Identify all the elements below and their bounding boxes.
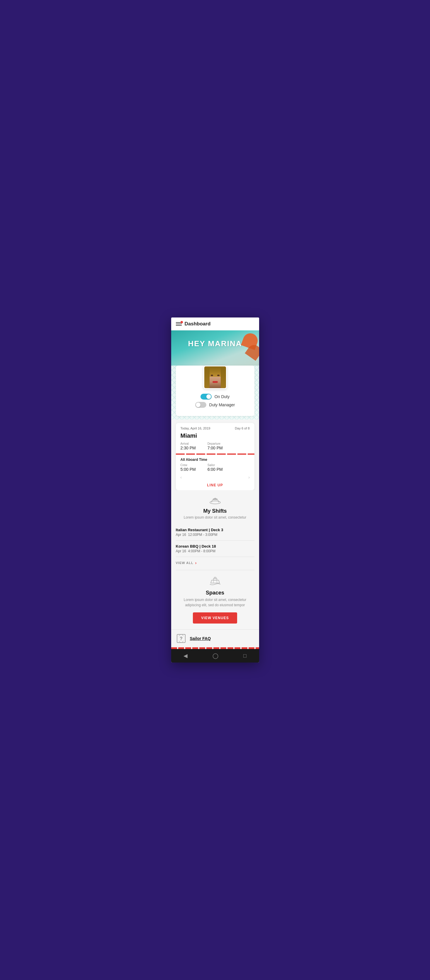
menu-button[interactable]	[176, 322, 182, 326]
svg-rect-3	[213, 578, 217, 580]
port-times: Arrival 2:30 PM Departure 7:00 PM	[176, 442, 255, 453]
notification-dot	[180, 321, 183, 323]
shift-item-1: Italian Restaurant | Deck 3 Apr 16 12:00…	[176, 524, 255, 541]
view-venues-button[interactable]: VIEW VENUES	[193, 612, 237, 624]
faq-icon: ?	[176, 633, 186, 644]
spaces-icon	[176, 576, 255, 589]
toggle-thumb-off	[196, 402, 201, 407]
hero-greeting: HEY MARINA	[171, 339, 259, 348]
svg-text:?: ?	[180, 636, 183, 641]
shift-item-2: Korean BBQ | Deck 18 Apr 16 4:00PM - 8:0…	[176, 541, 255, 557]
spaces-section: Spaces Lorem ipsum dolor sit amet, conse…	[171, 570, 259, 629]
header: Dashboard	[171, 318, 259, 330]
port-date: Today, April 16, 2019	[180, 426, 210, 430]
arrival-label: Arrival	[180, 442, 196, 445]
duty-manager-row: Duty Manager	[182, 402, 248, 408]
sailor-time: Sailor 6:00 PM	[207, 463, 223, 472]
profile-card: On Duty Duty Manager	[176, 366, 255, 416]
departure-value: 7:00 PM	[207, 445, 223, 450]
page-title: Dashboard	[185, 321, 211, 327]
shift-1-time: Apr 16 12:00PM - 3:00PM	[176, 533, 255, 537]
crew-value: 5:00 PM	[180, 467, 196, 472]
port-name: Miami	[176, 433, 255, 442]
arrival-time: Arrival 2:30 PM	[180, 442, 196, 450]
back-button[interactable]: ◀	[183, 652, 188, 659]
view-all-label: VIEW ALL	[176, 561, 193, 565]
on-duty-label: On Duty	[215, 394, 229, 399]
avatar-wrapper	[182, 366, 248, 389]
view-all-arrow: ›	[195, 560, 197, 565]
prev-arrow[interactable]: ‹	[178, 474, 184, 480]
port-card: Today, April 16, 2019 Day 6 of 8 Miami A…	[176, 423, 255, 490]
faq-link[interactable]: Sailor FAQ	[190, 636, 211, 641]
crew-time: Crew 5:00 PM	[180, 463, 196, 472]
my-shifts-title: My Shifts	[176, 508, 255, 514]
crew-label: Crew	[180, 463, 196, 467]
departure-time: Departure 7:00 PM	[207, 442, 223, 450]
toggle-thumb-on	[206, 394, 211, 399]
sailor-value: 6:00 PM	[207, 467, 223, 472]
svg-rect-4	[214, 577, 216, 578]
duty-manager-label: Duty Manager	[209, 402, 235, 407]
nav-arrows: ‹ ›	[176, 472, 255, 480]
next-arrow[interactable]: ›	[246, 474, 252, 480]
lineup-link[interactable]: LINE UP	[176, 480, 255, 490]
aboard-section: All Aboard Time Crew 5:00 PM Sailor 6:00…	[176, 455, 255, 472]
on-duty-toggle[interactable]	[201, 394, 212, 399]
shift-2-time: Apr 16 4:00PM - 8:00PM	[176, 549, 255, 553]
departure-label: Departure	[207, 442, 223, 445]
avatar	[204, 366, 227, 389]
spaces-description: Lorem ipsum dolor sit amet, consectetur …	[176, 597, 255, 608]
nav-bar: ◀ ◯ □	[171, 649, 259, 662]
view-all-row[interactable]: VIEW ALL ›	[176, 557, 255, 570]
faq-row: ? Sailor FAQ	[171, 629, 259, 647]
port-day: Day 6 of 8	[235, 426, 250, 430]
shifts-icon	[176, 496, 255, 507]
phone-container: Dashboard HEY MARINA	[171, 318, 259, 662]
sailor-label: Sailor	[207, 463, 223, 467]
shift-1-name: Italian Restaurant | Deck 3	[176, 528, 255, 532]
port-header: Today, April 16, 2019 Day 6 of 8	[176, 423, 255, 433]
spaces-title: Spaces	[176, 590, 255, 596]
recent-button[interactable]: □	[243, 653, 247, 659]
home-button[interactable]: ◯	[212, 652, 218, 659]
aboard-times: Crew 5:00 PM Sailor 6:00 PM	[180, 463, 250, 472]
arrival-value: 2:30 PM	[180, 445, 196, 450]
aboard-title: All Aboard Time	[180, 458, 250, 462]
my-shifts-description: Lorem ipsum dolor sit amet, consectetur	[176, 515, 255, 519]
shift-2-name: Korean BBQ | Deck 18	[176, 544, 255, 549]
my-shifts-section: My Shifts Lorem ipsum dolor sit amet, co…	[171, 490, 259, 570]
duty-manager-toggle[interactable]	[195, 402, 206, 408]
on-duty-row: On Duty	[182, 394, 248, 399]
